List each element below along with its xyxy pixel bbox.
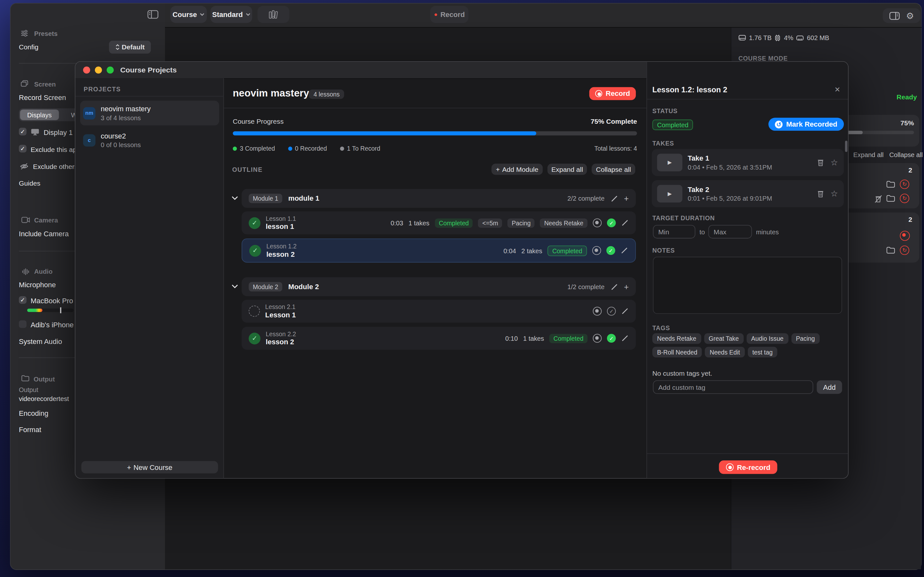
- take-row-2[interactable]: ▶ Take 2 0:01 • Feb 5, 2026 at 9:01PM ☆: [652, 180, 844, 207]
- rerecord-button[interactable]: Re-record: [719, 460, 777, 474]
- record-icon[interactable]: [900, 231, 910, 241]
- add-lesson-icon[interactable]: +: [624, 195, 629, 201]
- lesson-complete-icon: ✓: [249, 245, 261, 256]
- output-folder-icon: [21, 375, 29, 382]
- edit-icon[interactable]: [621, 334, 629, 342]
- lesson-row-1-2[interactable]: ✓ Lesson 1.2 lesson 2 0:04 2 takes Compl…: [242, 239, 636, 263]
- course-mode-dropdown[interactable]: Course: [170, 6, 207, 23]
- tag-pill[interactable]: Needs Retake: [652, 334, 701, 344]
- guides-label[interactable]: Guides: [19, 179, 40, 187]
- mark-recorded-button[interactable]: ↺ Mark Recorded: [768, 118, 844, 131]
- library-button[interactable]: [258, 6, 289, 23]
- module-chevron-icon[interactable]: [232, 196, 238, 200]
- toolbar-record-button[interactable]: ● Record: [430, 6, 468, 23]
- play-button[interactable]: ▶: [657, 153, 682, 171]
- trash-slash-icon[interactable]: [874, 195, 883, 203]
- lesson-row-2-2[interactable]: ✓ Lesson 2.2 lesson 2 0:10 1 takes Compl…: [242, 327, 636, 350]
- project-icon: nm: [83, 107, 95, 119]
- panel-toggle-icon[interactable]: [889, 11, 900, 20]
- macbook-mic-checkbox[interactable]: ✓: [19, 296, 27, 304]
- min-duration-input[interactable]: [653, 225, 695, 239]
- display1-checkbox[interactable]: ✓: [19, 128, 27, 135]
- project-item-neovim[interactable]: nm neovim mastery 3 of 4 lessons: [80, 101, 219, 125]
- quality-dropdown[interactable]: Standard: [210, 6, 252, 23]
- lesson-pending-icon: [249, 306, 260, 317]
- tag-pill[interactable]: Pacing: [791, 334, 819, 344]
- bg-module-card-2: 2 ↻: [837, 213, 919, 263]
- format-label[interactable]: Format: [19, 426, 41, 434]
- folder-icon[interactable]: [886, 195, 895, 202]
- collapse-all-button[interactable]: Collapse all: [591, 164, 635, 175]
- bg-expand-all[interactable]: Expand all: [853, 151, 884, 158]
- edit-icon[interactable]: [621, 219, 629, 227]
- audio-waveform-icon: [22, 268, 29, 276]
- play-button[interactable]: ▶: [657, 185, 682, 203]
- add-custom-tag-input[interactable]: [653, 380, 813, 394]
- mark-complete-icon[interactable]: ✓: [606, 246, 615, 255]
- notes-textarea[interactable]: [653, 257, 842, 314]
- expand-all-button[interactable]: Expand all: [548, 164, 587, 175]
- edit-icon[interactable]: [611, 283, 618, 291]
- eye-slash-icon[interactable]: [19, 163, 29, 170]
- rerecord-icon[interactable]: ↻: [900, 179, 909, 189]
- check-icon: ✓: [252, 334, 257, 342]
- star-icon[interactable]: ☆: [830, 158, 838, 167]
- record-lesson-icon[interactable]: [592, 246, 601, 255]
- encoding-label[interactable]: Encoding: [19, 409, 48, 418]
- record-lesson-icon[interactable]: [593, 218, 602, 227]
- redo-icon: ↻: [902, 247, 907, 253]
- module-row-1[interactable]: Module 1 module 1 2/2 complete +: [242, 189, 636, 208]
- add-lesson-icon[interactable]: +: [624, 284, 629, 290]
- tag-pill[interactable]: test tag: [748, 347, 777, 358]
- tag-pill[interactable]: Needs Edit: [705, 347, 745, 358]
- modal-zoom-button[interactable]: [107, 67, 113, 74]
- take-row-1[interactable]: ▶ Take 1 0:04 • Feb 5, 2026 at 3:51PM ☆: [652, 149, 844, 176]
- tag-pill[interactable]: B-Roll Needed: [652, 347, 702, 358]
- folder-icon[interactable]: [886, 247, 895, 254]
- mic-level-tick[interactable]: [60, 308, 61, 313]
- segment-displays[interactable]: Displays: [20, 110, 59, 120]
- record-button[interactable]: Record: [590, 87, 636, 100]
- modal-close-button[interactable]: [83, 67, 90, 74]
- sidebar-toggle-icon[interactable]: [147, 10, 158, 19]
- detail-scrollbar[interactable]: [845, 141, 847, 152]
- toolbar-record-label: Record: [441, 10, 465, 19]
- close-icon[interactable]: ✕: [835, 85, 840, 93]
- lesson-title: Lesson 1: [265, 311, 296, 319]
- check-icon: ✓: [609, 247, 613, 253]
- bg-collapse-all[interactable]: Collapse all: [889, 151, 923, 158]
- rerecord-icon[interactable]: ↻: [900, 193, 909, 203]
- lesson-row-2-1[interactable]: Lesson 2.1 Lesson 1 ✓: [242, 300, 636, 323]
- tag-pill[interactable]: Great Take: [704, 334, 743, 344]
- screen-icon: [21, 80, 28, 87]
- modal-minimize-button[interactable]: [95, 67, 102, 74]
- expand-all-label: Expand all: [551, 166, 583, 173]
- mark-complete-icon[interactable]: ✓: [607, 334, 616, 343]
- lesson-badge-completed: Completed: [548, 245, 587, 256]
- add-module-button[interactable]: + Add Module: [491, 164, 543, 175]
- trash-icon[interactable]: [817, 158, 825, 167]
- module-row-2[interactable]: Module 2 Module 2 1/2 complete +: [242, 277, 636, 296]
- add-tag-button[interactable]: Add: [817, 380, 842, 394]
- rerecord-icon[interactable]: ↻: [900, 245, 909, 255]
- star-icon[interactable]: ☆: [830, 189, 838, 198]
- exclude-app-checkbox[interactable]: ✓: [19, 145, 27, 153]
- iphone-mic-checkbox[interactable]: ✓: [19, 320, 27, 328]
- edit-icon[interactable]: [620, 247, 628, 255]
- edit-icon[interactable]: [621, 308, 629, 315]
- trash-icon[interactable]: [817, 189, 825, 198]
- mark-complete-icon[interactable]: ✓: [607, 307, 616, 316]
- record-lesson-icon[interactable]: [593, 307, 602, 316]
- lesson-row-1-1[interactable]: ✓ Lesson 1.1 lesson 1 0:03 1 takes Compl…: [242, 211, 636, 234]
- folder-icon[interactable]: [886, 181, 895, 188]
- gear-icon[interactable]: ⚙: [906, 10, 914, 21]
- record-lesson-icon[interactable]: [593, 334, 602, 343]
- config-preset-dropdown[interactable]: Default: [109, 41, 151, 53]
- max-duration-input[interactable]: [708, 225, 752, 239]
- project-item-course2[interactable]: c course2 0 of 0 lessons: [80, 128, 219, 153]
- module-chevron-icon[interactable]: [232, 284, 238, 288]
- edit-icon[interactable]: [611, 195, 618, 202]
- tag-pill[interactable]: Audio Issue: [746, 334, 788, 344]
- new-course-button[interactable]: + New Course: [81, 461, 218, 474]
- mark-complete-icon[interactable]: ✓: [607, 218, 616, 227]
